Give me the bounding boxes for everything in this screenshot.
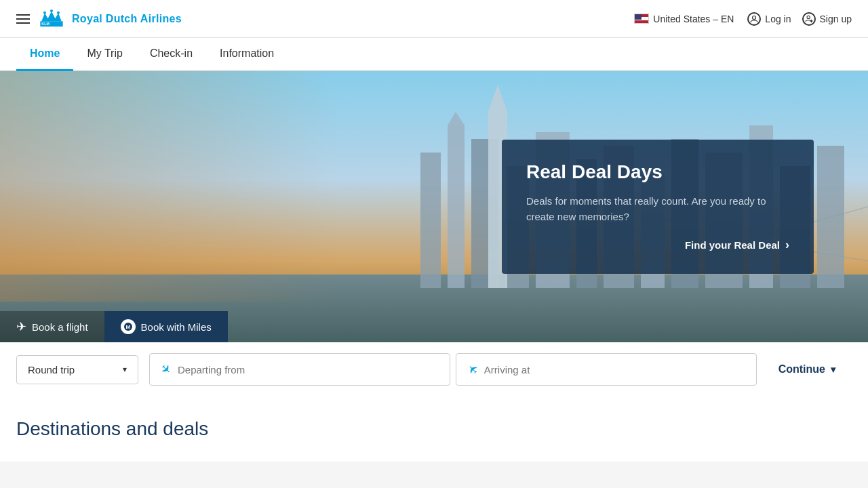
signup-label: Sign up <box>820 14 852 24</box>
tab-book-flight[interactable]: ✈ Book a flight <box>0 311 104 342</box>
continue-arrow-icon: ▾ <box>831 364 835 375</box>
brand-name: Royal Dutch Airlines <box>72 13 182 25</box>
continue-label: Continue <box>778 363 825 375</box>
booking-tabs: ✈ Book a flight M Book with Miles <box>0 311 228 342</box>
svg-point-7 <box>807 16 810 18</box>
promo-cta-label: Find your Real Deal <box>685 239 780 251</box>
promo-arrow-icon: › <box>785 238 789 252</box>
tab-book-flight-label: Book a flight <box>32 321 88 333</box>
flight-tab-icon: ✈ <box>16 319 26 334</box>
hero-section: Real Deal Days Deals for moments that re… <box>0 71 868 342</box>
locale-label: United States – EN <box>653 14 734 24</box>
destinations-title: Destinations and deals <box>16 418 852 440</box>
header-right: United States – EN Log in <box>634 12 852 26</box>
user-icon <box>747 12 761 26</box>
tab-book-miles[interactable]: M Book with Miles <box>104 311 228 342</box>
continue-button[interactable]: Continue ▾ <box>762 354 852 385</box>
main-nav: Home My Trip Check-in Information <box>0 38 868 71</box>
miles-tab-icon: M <box>121 319 136 334</box>
klm-logo-icon: KLM <box>38 5 65 33</box>
header-left: KLM Royal Dutch Airlines <box>16 5 182 33</box>
nav-item-information[interactable]: Information <box>206 38 288 71</box>
arrive-plane-icon: ✈ <box>463 361 481 378</box>
svg-point-2 <box>43 11 46 14</box>
promo-title: Real Deal Days <box>526 161 789 183</box>
login-label: Log in <box>765 14 791 24</box>
tab-book-miles-label: Book with Miles <box>141 321 212 333</box>
promo-card: Real Deal Days Deals for moments that re… <box>502 140 814 274</box>
svg-point-6 <box>753 16 756 19</box>
login-link[interactable]: Log in <box>747 12 791 26</box>
promo-description: Deals for moments that really count. Are… <box>526 194 789 224</box>
locale-selector[interactable]: United States – EN <box>634 14 734 24</box>
user-plus-icon <box>802 12 816 26</box>
depart-plane-icon: ✈ <box>157 361 174 378</box>
departing-from-input[interactable] <box>178 364 439 375</box>
nav-item-home[interactable]: Home <box>16 38 73 71</box>
search-bar: Round trip ▾ ✈ ✈ Continue ▾ <box>0 342 868 396</box>
signup-link[interactable]: Sign up <box>802 12 852 26</box>
trip-type-arrow-icon: ▾ <box>123 365 127 374</box>
arriving-at-field[interactable]: ✈ <box>456 353 757 386</box>
svg-text:KLM: KLM <box>41 22 50 26</box>
us-flag-icon <box>634 14 649 24</box>
bottom-section: Destinations and deals <box>0 396 868 462</box>
logo[interactable]: KLM Royal Dutch Airlines <box>38 5 182 33</box>
nav-item-check-in[interactable]: Check-in <box>136 38 206 71</box>
auth-links: Log in Sign up <box>747 12 852 26</box>
hamburger-menu-icon[interactable] <box>16 14 30 24</box>
departing-from-field[interactable]: ✈ <box>149 353 450 386</box>
svg-rect-13 <box>448 125 465 288</box>
trip-type-value: Round trip <box>28 364 75 375</box>
svg-point-4 <box>57 11 60 14</box>
header: KLM Royal Dutch Airlines United States –… <box>0 0 868 38</box>
arriving-at-input[interactable] <box>484 364 745 375</box>
svg-point-3 <box>50 9 53 12</box>
nav-item-my-trip[interactable]: My Trip <box>73 38 136 71</box>
svg-text:M: M <box>125 324 130 330</box>
promo-cta-link[interactable]: Find your Real Deal › <box>526 238 789 252</box>
svg-rect-12 <box>420 152 441 288</box>
trip-type-select[interactable]: Round trip ▾ <box>16 355 138 384</box>
